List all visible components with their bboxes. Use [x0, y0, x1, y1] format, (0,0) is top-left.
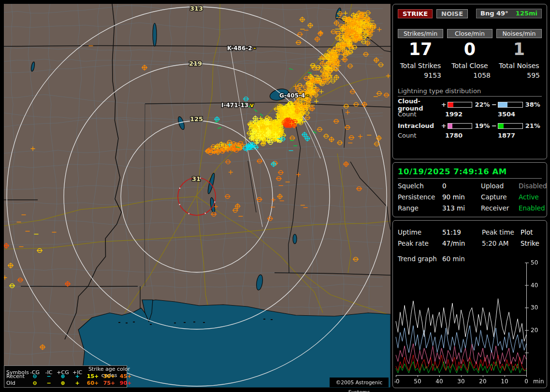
total-value: 9153: [398, 71, 443, 79]
age-code: 15+: [85, 373, 101, 379]
counters-panel: STRIKE NOISE Bng 49° 125mi Strikes/min17…: [392, 4, 547, 159]
ic-plus-symbol: +: [70, 380, 85, 386]
age-code: 75+: [101, 380, 117, 386]
ic-plus-symbol: +: [70, 373, 85, 379]
age-code: 30+: [101, 373, 117, 379]
distribution-count-row: Count19923504: [398, 111, 542, 118]
age-code: 60+: [85, 380, 101, 386]
strike-indicator-button[interactable]: STRIKE: [398, 9, 433, 18]
counter-column: Strikes/min17Total Strikes9153: [398, 29, 443, 79]
count-label: Count: [398, 111, 438, 118]
bearing-range-display: Bng 49° 125mi: [476, 9, 542, 18]
total-label: Total Noises: [496, 62, 542, 70]
session-value: Strike: [521, 239, 542, 247]
status-row: Squelch0UploadDisabled: [398, 182, 542, 190]
distribution-type-label: Intracloud: [398, 122, 441, 129]
session-label: Uptime: [398, 228, 442, 236]
distribution-type-label: Cloud-ground: [398, 98, 441, 112]
rate-value: 0: [447, 40, 492, 58]
rate-header: Close/min: [447, 29, 492, 38]
status-value: Enabled: [519, 204, 545, 212]
plus-sign: +: [441, 122, 447, 129]
status-row: Range313 miReceiverEnabled: [398, 204, 542, 212]
minus-percent-value: 21%: [524, 122, 542, 129]
status-label: Range: [398, 204, 442, 212]
bearing-value: Bng 49°: [480, 9, 508, 18]
minus-percent-value: 38%: [524, 101, 542, 108]
session-value: Plot: [521, 228, 542, 236]
legend-row: Recent⊖−⊕+15+30+45+: [4, 373, 127, 379]
plus-percent-value: 19%: [473, 122, 491, 129]
status-label: Squelch: [398, 182, 442, 190]
status-value: Disabled: [519, 182, 547, 190]
total-label: Total Strikes: [398, 62, 443, 70]
minus-percent-bar: [498, 123, 523, 129]
datetime-display: 10/19/2025 7:49:16 AM: [398, 167, 542, 179]
legend-row-label: Recent: [6, 373, 28, 379]
session-trend-panel: Uptime51:19Peak timePlotPeak rate47/min5…: [392, 220, 547, 388]
session-label: 5:20 AM: [482, 239, 521, 247]
count-label: Count: [398, 132, 438, 139]
plus-sign: +: [441, 101, 447, 108]
counter-column: Noises/min1Total Noises595: [496, 29, 542, 79]
rate-header: Noises/min: [496, 29, 542, 38]
ic-minus-symbol: −: [42, 380, 56, 386]
session-label: Peak time: [482, 228, 521, 236]
total-value: 595: [496, 71, 542, 79]
session-label: Peak rate: [398, 239, 442, 247]
distribution-title: Lightning type distribution: [398, 87, 542, 97]
plus-count-value: 1780: [438, 132, 489, 139]
counter-column: Close/min0Total Close1058: [447, 29, 492, 79]
plus-percent-bar: [448, 123, 473, 129]
lightning-type-distribution: Lightning type distribution Cloud-ground…: [398, 87, 542, 139]
status-label: Capture: [481, 193, 519, 201]
status-label: Receiver: [481, 204, 519, 212]
bar-fill: [448, 102, 453, 107]
status-value: 0: [442, 182, 481, 190]
plus-percent-value: 22%: [473, 101, 491, 108]
map-legend: Symbols-CG-IC+CG+ICStrike age color code…: [4, 365, 127, 388]
minus-sign: −: [492, 101, 497, 108]
cg-minus-symbol: ⊖: [28, 380, 42, 386]
bar-fill: [448, 124, 452, 128]
lightning-map[interactable]: [4, 4, 391, 388]
rate-counters: Strikes/min17Total Strikes9153Close/min0…: [398, 29, 542, 79]
rate-header: Strikes/min: [398, 29, 443, 38]
age-code: 45+: [117, 373, 134, 379]
age-code: 90+: [117, 380, 134, 386]
plus-count-value: 1992: [438, 111, 489, 118]
session-value: 47/min: [442, 239, 482, 247]
total-label: Total Close: [447, 62, 492, 70]
distribution-row: Intracloud+19%−21%: [398, 122, 542, 129]
minus-percent-bar: [498, 102, 523, 108]
trend-graph: [395, 260, 550, 389]
rate-value: 1: [496, 40, 542, 58]
legend-row: Old⊖−⊕+60+75+90+: [4, 379, 127, 386]
minus-count-value: 1877: [491, 132, 542, 139]
nexstorm-window: Symbols-CG-IC+CG+ICStrike age color code…: [0, 0, 550, 392]
ic-minus-symbol: −: [42, 373, 56, 379]
cg-minus-symbol: ⊖: [28, 373, 42, 379]
copyright: ©2005 Astrogenic Systems: [330, 378, 389, 387]
minus-sign: −: [492, 122, 497, 129]
legend-row-label: Old: [6, 380, 28, 386]
status-value: 313 mi: [442, 204, 481, 212]
bar-fill: [498, 124, 503, 128]
distribution-row: Cloud-ground+22%−38%: [398, 101, 542, 108]
bar-fill: [498, 102, 507, 107]
session-row: Peak rate47/min5:20 AMStrike: [398, 239, 542, 247]
cg-plus-symbol: ⊕: [56, 380, 70, 386]
minus-count-value: 3504: [491, 111, 542, 118]
legend-header-row: Symbols-CG-IC+CG+ICStrike age color code…: [4, 366, 127, 373]
status-value: 90 min: [442, 193, 481, 201]
rate-value: 17: [398, 40, 443, 58]
cg-plus-symbol: ⊕: [56, 373, 70, 379]
status-row: Persistence90 minCaptureActive: [398, 193, 542, 201]
status-label: Persistence: [398, 193, 442, 201]
session-value: 51:19: [442, 228, 482, 236]
distribution-count-row: Count17801877: [398, 132, 542, 139]
noise-indicator-button[interactable]: NOISE: [436, 9, 468, 18]
plus-percent-bar: [448, 102, 473, 108]
range-value: 125mi: [516, 9, 537, 18]
total-value: 1058: [447, 71, 492, 79]
